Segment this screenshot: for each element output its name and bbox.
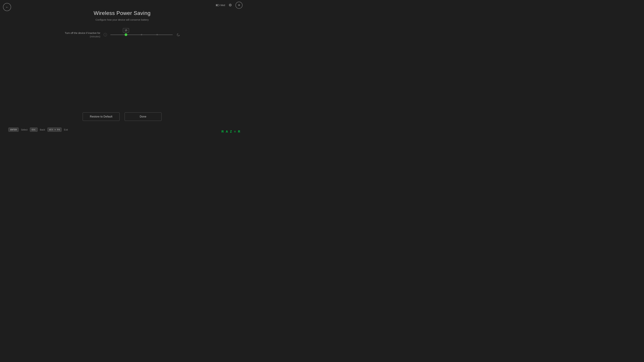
moon-icon	[176, 32, 181, 37]
settings-button[interactable]: ⚙	[227, 2, 234, 9]
slider-tick-75	[156, 34, 158, 35]
battery-indicator: Med	[216, 4, 225, 6]
razer-logo-text: R A Z ≡ R	[222, 130, 241, 133]
done-button[interactable]: Done	[124, 112, 162, 121]
slider-label: Turn off the device if inactive for (min…	[64, 31, 100, 38]
inactive-timeout-control: Turn off the device if inactive for (min…	[64, 31, 181, 38]
svg-rect-1	[219, 5, 219, 6]
gear-icon: ⚙	[228, 3, 232, 7]
close-button[interactable]: ✕	[236, 2, 242, 9]
slider-track[interactable]	[110, 34, 173, 35]
keyboard-hints: ENTER Select ESC Back Alt + F4 Exit	[8, 128, 68, 132]
back-button[interactable]: ←	[3, 3, 11, 11]
moon-svg	[176, 33, 180, 36]
slider-value: 15	[124, 29, 127, 32]
top-right-controls: Med ⚙ ✕	[216, 2, 242, 9]
esc-key-label: Back	[40, 128, 45, 131]
page-subtitle: Configure how your device will conserve …	[96, 18, 149, 21]
battery-icon	[216, 4, 220, 6]
slider-thumb[interactable]	[124, 33, 127, 36]
altf4-key-label: Exit	[64, 128, 68, 131]
slider-fill	[110, 34, 126, 35]
back-arrow-icon: ←	[5, 5, 9, 9]
close-icon: ✕	[238, 3, 240, 7]
slider-container: 15	[110, 34, 173, 35]
esc-key-badge: ESC	[30, 128, 38, 132]
page-title: Wireless Power Saving	[94, 10, 150, 16]
slider-unit: (minutes)	[90, 35, 100, 38]
battery-level-label: Med	[220, 4, 225, 6]
altf4-key-badge: Alt + F4	[48, 128, 62, 132]
slider-tick-mid	[141, 34, 142, 35]
svg-rect-2	[216, 5, 218, 6]
enter-key-badge: ENTER	[8, 128, 18, 132]
enter-key-label: Select	[21, 128, 28, 131]
razer-logo: R A Z ≡ R	[222, 130, 241, 133]
action-buttons: Restore to Default Done	[83, 112, 162, 121]
info-icon[interactable]: i	[104, 33, 107, 36]
main-content: Wireless Power Saving Configure how your…	[0, 0, 244, 38]
slider-value-bubble: 15	[123, 28, 129, 32]
restore-default-button[interactable]: Restore to Default	[83, 112, 120, 121]
